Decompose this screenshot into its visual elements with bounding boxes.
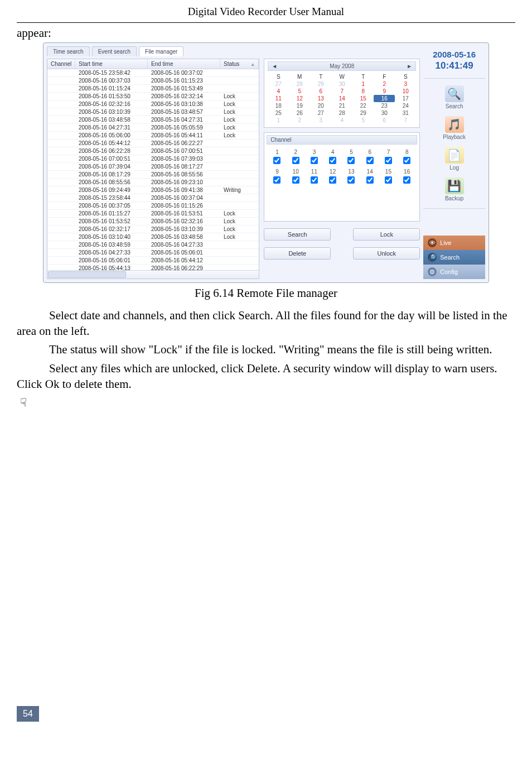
channel-check-4[interactable]: 4	[329, 149, 336, 164]
nav-config[interactable]: ⚙Config	[423, 265, 485, 279]
cal-prev-icon[interactable]: ◄	[272, 63, 277, 69]
table-row[interactable]: 2008-05-16 00:37:032008-05-16 01:15:23	[47, 77, 259, 85]
table-row[interactable]: 2008-05-15 23:58:422008-05-16 00:37:02	[47, 69, 259, 77]
page-number: 54	[17, 706, 39, 722]
channel-check-16[interactable]: 16	[403, 169, 410, 184]
gear-icon: ⚙	[428, 267, 437, 276]
table-row[interactable]: 2008-05-16 05:44:122008-05-16 06:22:27	[47, 140, 259, 147]
channel-check-10[interactable]: 10	[292, 169, 299, 184]
table-row[interactable]: 2008-05-16 03:48:592008-05-16 04:27:33	[47, 241, 259, 249]
backup-icon: 💾	[445, 177, 464, 194]
table-row[interactable]: 2008-05-16 05:06:012008-05-16 05:44:12	[47, 257, 259, 265]
appear-label: appear:	[17, 26, 515, 40]
sort-caret-icon: ▲	[250, 62, 255, 67]
hand-cursor-icon: ☟	[20, 396, 515, 409]
table-row[interactable]: 2008-05-16 00:37:052008-05-16 01:15:26	[47, 202, 259, 210]
col-start[interactable]: Start time	[75, 59, 148, 69]
table-row[interactable]: 2008-05-16 01:53:522008-05-16 02:32:16Lo…	[47, 218, 259, 225]
para-2: The status will show "Lock" if the file …	[17, 342, 515, 358]
channel-check-12[interactable]: 12	[329, 169, 336, 184]
para-3: Select any files which are unlocked, cli…	[17, 361, 515, 392]
figure-caption: Fig 6.14 Remote File manager	[17, 286, 515, 300]
col-channel[interactable]: Channel	[47, 59, 75, 69]
cal-next-icon[interactable]: ►	[407, 63, 412, 69]
channel-check-14[interactable]: 14	[366, 169, 374, 184]
channel-check-13[interactable]: 13	[347, 169, 355, 184]
table-row[interactable]: 2008-05-16 05:44:132008-05-16 06:22:29	[47, 265, 259, 270]
channel-check-8[interactable]: 8	[403, 149, 410, 164]
table-row[interactable]: 2008-05-16 01:15:242008-05-16 01:53:49	[47, 85, 259, 93]
search-button[interactable]: Search	[264, 228, 331, 241]
channel-panel: Channel 12345678910111213141516	[264, 132, 420, 222]
table-row[interactable]: 2008-05-15 23:58:442008-05-16 00:37:04	[47, 194, 259, 202]
side-log[interactable]: 📄 Log	[445, 147, 464, 171]
eye-icon: 👁	[428, 238, 437, 247]
log-icon: 📄	[445, 147, 464, 164]
cal-selected-day[interactable]: 16	[374, 95, 395, 102]
channel-check-11[interactable]: 11	[311, 169, 318, 184]
magnifier-icon: 🔍	[445, 85, 464, 102]
playback-icon: 🎵	[445, 116, 464, 133]
unlock-button[interactable]: Unlock	[353, 247, 420, 260]
delete-button[interactable]: Delete	[264, 247, 331, 260]
table-row[interactable]: 2008-05-16 04:27:332008-05-16 05:06:01	[47, 249, 259, 257]
table-row[interactable]: 2008-05-16 01:53:502008-05-16 02:32:14Lo…	[47, 93, 259, 100]
table-row[interactable]: 2008-05-16 06:22:282008-05-16 07:00:51	[47, 147, 259, 155]
table-row[interactable]: 2008-05-16 07:00:512008-05-16 07:39:03	[47, 155, 259, 163]
col-status[interactable]: Status▲	[220, 59, 259, 69]
page-header: Digital Video Recorder User Manual	[50, 0, 482, 22]
table-row[interactable]: 2008-05-16 02:32:172008-05-16 03:10:39Lo…	[47, 225, 259, 233]
nav-search[interactable]: 🔎Search	[423, 250, 485, 265]
calendar: ◄ May 2008 ► SMTWTFS 27282930 123 456789…	[264, 59, 420, 128]
tab-time-search[interactable]: Time search	[47, 46, 90, 56]
channel-panel-title: Channel	[267, 135, 417, 145]
lock-button[interactable]: Lock	[353, 228, 420, 241]
clock-time: 10:41:49	[424, 60, 484, 71]
table-row[interactable]: 2008-05-16 08:17:292008-05-16 08:55:56	[47, 171, 259, 179]
side-playback[interactable]: 🎵 Playback	[443, 116, 466, 140]
table-row[interactable]: 2008-05-16 03:10:392008-05-16 03:48:57Lo…	[47, 108, 259, 116]
clock-date: 2008-05-16	[424, 50, 484, 59]
table-row[interactable]: 2008-05-16 02:32:162008-05-16 03:10:38Lo…	[47, 100, 259, 108]
clock-panel: 2008-05-16 10:41:49	[423, 46, 485, 75]
calendar-grid: SMTWTFS 27282930 123 45678910 1112131415…	[268, 73, 416, 124]
channel-check-3[interactable]: 3	[311, 149, 318, 164]
table-row[interactable]: 2008-05-16 08:55:562008-05-16 09:23:10	[47, 179, 259, 186]
table-row[interactable]: 2008-05-16 04:27:312008-05-16 05:05:59Lo…	[47, 124, 259, 132]
app-screenshot: Time search Event search File manager Ch…	[43, 42, 489, 283]
search-icon: 🔎	[428, 253, 437, 262]
channel-check-2[interactable]: 2	[292, 149, 299, 164]
para-1: Select date and channels, and then click…	[17, 308, 515, 339]
side-search[interactable]: 🔍 Search	[445, 85, 464, 109]
table-row[interactable]: 2008-05-16 07:39:042008-05-16 08:17:27	[47, 163, 259, 171]
table-row[interactable]: 2008-05-16 03:48:582008-05-16 04:27:31Lo…	[47, 116, 259, 124]
nav-live[interactable]: 👁Live	[423, 236, 485, 250]
file-grid-body[interactable]: 2008-05-15 23:58:422008-05-16 00:37:0220…	[47, 69, 259, 270]
cal-month-label: May 2008	[330, 63, 354, 69]
table-row[interactable]: 2008-05-16 03:10:402008-05-16 03:48:58Lo…	[47, 233, 259, 241]
channel-check-1[interactable]: 1	[273, 149, 280, 164]
file-grid: Channel Start time End time Status▲ 2008…	[47, 59, 259, 279]
side-backup[interactable]: 💾 Backup	[445, 177, 464, 201]
channel-check-5[interactable]: 5	[347, 149, 355, 164]
channel-check-9[interactable]: 9	[273, 169, 280, 184]
tab-file-manager[interactable]: File manager	[139, 46, 183, 56]
file-grid-header: Channel Start time End time Status▲	[47, 59, 259, 69]
table-row[interactable]: 2008-05-16 09:24:492008-05-16 09:41:38Wr…	[47, 186, 259, 194]
channel-check-6[interactable]: 6	[366, 149, 374, 164]
tab-event-search[interactable]: Event search	[92, 46, 137, 56]
channel-check-7[interactable]: 7	[385, 149, 392, 164]
grid-h-scrollbar[interactable]	[47, 271, 259, 279]
tab-bar: Time search Event search File manager	[47, 46, 420, 56]
table-row[interactable]: 2008-05-16 01:15:272008-05-16 01:53:51Lo…	[47, 210, 259, 218]
table-row[interactable]: 2008-05-16 05:06:002008-05-16 05:44:11Lo…	[47, 132, 259, 140]
col-end[interactable]: End time	[148, 59, 220, 69]
channel-check-15[interactable]: 15	[385, 169, 392, 184]
